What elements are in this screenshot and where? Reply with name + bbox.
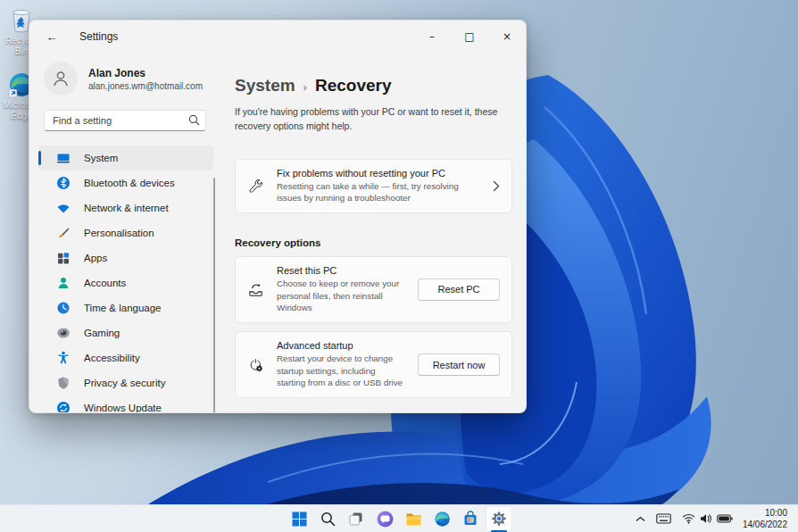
sidebar-item-label: Bluetooth & devices [84,178,175,188]
avatar [44,62,78,96]
chevron-right-icon [493,180,500,192]
time-language-icon [56,301,71,315]
sidebar-item-label: Accessibility [84,353,140,363]
store-button[interactable] [458,507,483,531]
accessibility-icon [56,351,71,365]
reset-pc-subtitle: Choose to keep or remove your personal f… [277,278,405,314]
search-icon [188,114,200,126]
sidebar-nav: System Bluetooth & devices Network & int… [29,145,222,413]
tray-status-group[interactable] [677,507,737,531]
profile-email: alan.jones.wm@hotmail.com [88,81,203,91]
profile-block[interactable]: Alan Jones alan.jones.wm@hotmail.com [44,62,222,96]
sidebar-item-label: Time & language [84,303,162,313]
page-title: Recovery [315,76,392,96]
gaming-icon [56,326,71,340]
accounts-icon [56,276,71,290]
battery-icon [717,514,733,523]
personalisation-icon [56,226,71,240]
sidebar-item-label: Network & internet [84,203,169,213]
advanced-startup-subtitle: Restart your device to change startup se… [277,353,405,389]
sidebar-item-bluetooth-devices[interactable]: Bluetooth & devices [38,170,213,195]
volume-icon [700,513,712,524]
chevron-up-icon [636,516,645,522]
page-description: If you're having problems with your PC o… [235,105,512,134]
restart-now-button[interactable]: Restart now [418,353,500,376]
section-header-recovery-options: Recovery options [235,237,512,248]
edge-button[interactable] [429,507,454,531]
clock-date: 14/06/2022 [743,519,787,530]
tray-chevron-button[interactable] [631,507,650,531]
search-input[interactable] [44,110,206,131]
taskbar-search-button[interactable] [315,507,340,531]
fix-problems-card[interactable]: Fix problems without resetting your PC R… [235,159,512,213]
chat-button[interactable] [372,507,397,531]
sidebar-item-accessibility[interactable]: Accessibility [38,345,213,370]
reset-pc-button[interactable]: Reset PC [418,278,500,301]
sidebar-item-system[interactable]: System [38,145,213,170]
sidebar-item-personalisation[interactable]: Personalisation [38,220,213,245]
wrench-icon [247,178,264,195]
fix-problems-subtitle: Resetting can take a while — first, try … [277,180,480,204]
start-button[interactable] [287,507,312,531]
settings-window: ← Settings – □ × Alan Jones alan.jones.w… [29,20,527,413]
maximize-button[interactable]: □ [451,21,488,53]
advanced-startup-card: Advanced startup Restart your device to … [235,331,512,398]
breadcrumb: System › Recovery [235,76,512,96]
wifi-icon [682,513,695,524]
taskbar: 10:00 14/06/2022 [0,504,798,532]
touch-keyboard-button[interactable] [652,507,676,531]
titlebar: ← Settings – □ × [29,21,526,53]
minimize-button[interactable]: – [413,21,451,53]
edge-icon [434,511,451,528]
sidebar-item-label: System [84,153,118,163]
person-icon [51,69,71,88]
reset-pc-card: Reset this PC Choose to keep or remove y… [235,256,512,323]
file-explorer-button[interactable] [401,507,426,531]
sidebar-scrollbar[interactable] [213,178,215,413]
advanced-startup-title: Advanced startup [277,340,405,351]
breadcrumb-system[interactable]: System [235,76,295,96]
advanced-startup-icon [247,356,264,373]
apps-icon [56,251,71,265]
reset-pc-title: Reset this PC [277,265,405,276]
clock-time: 10:00 [743,507,787,519]
sidebar-item-network-internet[interactable]: Network & internet [38,195,213,220]
sidebar-item-windows-update[interactable]: Windows Update [38,395,213,413]
settings-gear-icon [491,511,507,527]
bluetooth-icon [56,176,71,190]
start-icon [292,511,307,527]
sidebar-item-label: Personalisation [84,228,154,238]
windows-update-icon [56,401,71,413]
file-explorer-icon [405,511,422,528]
system-icon [56,151,71,165]
sidebar-item-label: Gaming [84,328,120,338]
sidebar-item-accounts[interactable]: Accounts [38,270,213,295]
reset-pc-icon [247,281,264,298]
back-button[interactable]: ← [37,24,67,49]
network-icon [56,201,71,215]
sidebar: Alan Jones alan.jones.wm@hotmail.com [29,53,222,413]
sidebar-item-label: Privacy & security [84,378,165,388]
sidebar-item-privacy-security[interactable]: Privacy & security [38,370,213,395]
task-view-icon [348,511,364,527]
taskbar-clock[interactable]: 10:00 14/06/2022 [739,507,791,530]
profile-name: Alan Jones [88,67,203,79]
sidebar-item-gaming[interactable]: Gaming [38,320,213,345]
sidebar-item-label: Apps [84,253,107,263]
settings-taskbar-button[interactable] [486,507,511,531]
fix-problems-title: Fix problems without resetting your PC [277,168,480,179]
chat-icon [377,511,394,528]
sidebar-item-time-language[interactable]: Time & language [38,295,213,320]
main-content: System › Recovery If you're having probl… [222,53,526,413]
close-button[interactable]: × [488,21,526,53]
sidebar-item-apps[interactable]: Apps [38,245,213,270]
search-icon [320,511,336,527]
touch-keyboard-icon [656,513,671,524]
task-view-button[interactable] [344,507,369,531]
sidebar-item-label: Accounts [84,278,126,288]
privacy-security-icon [56,376,71,390]
window-title: Settings [79,30,118,43]
sidebar-item-label: Windows Update [84,403,162,413]
store-icon [462,511,478,527]
breadcrumb-separator: › [303,80,307,94]
